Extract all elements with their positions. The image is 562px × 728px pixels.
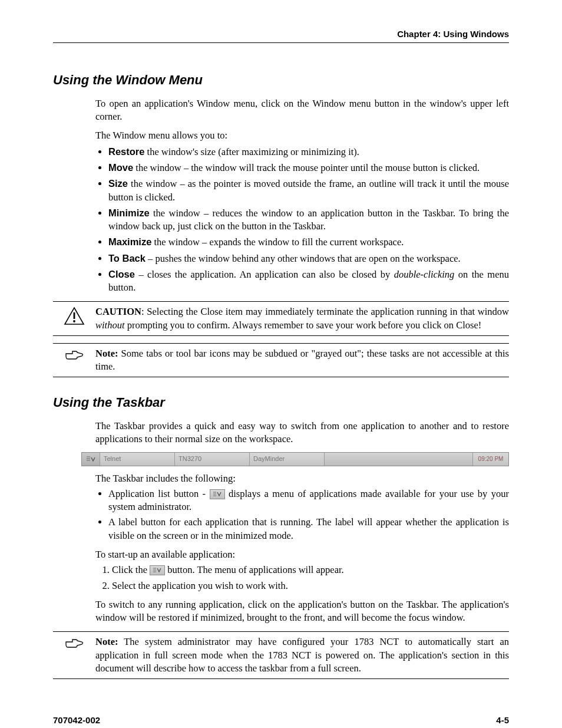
app-list-icon — [212, 491, 223, 498]
item-label: Maximize — [108, 236, 151, 247]
paragraph: The Taskbar provides a quick and easy wa… — [95, 420, 509, 446]
item-text: the window's size (after maximizing or m… — [144, 146, 359, 157]
footer-pagenum: 4-5 — [496, 714, 509, 726]
list-item: Application list button - displays a men… — [108, 487, 509, 514]
taskbar-spacer — [325, 453, 472, 466]
item-label: Restore — [108, 146, 144, 157]
app-list-button-inline — [210, 489, 225, 499]
item-text: the window – expands the window to fill … — [151, 236, 404, 248]
caution-text: : Selecting the Close item may immediate… — [141, 306, 509, 317]
list-item: Minimize the window – reduces the window… — [108, 206, 509, 233]
taskbar-app-button[interactable]: Telnet — [100, 453, 175, 466]
item-text-em: double-clicking — [394, 269, 455, 280]
page-footer: 707042-002 4-5 — [53, 714, 509, 726]
pointing-hand-icon — [64, 348, 84, 361]
taskbar-app-button[interactable]: TN3270 — [175, 453, 250, 466]
step-text: button. The menu of applications will ap… — [165, 564, 344, 575]
item-label: Size — [108, 178, 128, 189]
taskbar-includes-list: Application list button - displays a men… — [95, 487, 509, 542]
list-item: Select the application you wish to work … — [112, 579, 509, 592]
item-label: To Back — [108, 253, 146, 263]
caution-text: prompting you to confirm. Always remembe… — [125, 319, 482, 331]
note-label: Note: — [95, 348, 118, 359]
paragraph: To switch to any running application, cl… — [95, 598, 509, 625]
paragraph: The Taskbar includes the following: — [95, 472, 509, 485]
list-item: Click the button. The menu of applicatio… — [112, 564, 509, 577]
item-text: – closes the application. An application… — [135, 269, 394, 280]
note-text: Some tabs or tool bar icons may be subdu… — [95, 348, 509, 372]
taskbar-app-button[interactable]: DayMinder — [250, 453, 325, 466]
item-label: Move — [108, 162, 133, 173]
note-label: Note: — [95, 636, 118, 647]
taskbar-clock: 09:20 PM — [472, 453, 508, 466]
section-heading-taskbar: Using the Taskbar — [53, 394, 509, 411]
paragraph: The Window menu allows you to: — [95, 129, 509, 142]
caution-callout: CAUTION: Selecting the Close item may im… — [53, 301, 509, 336]
footer-docnum: 707042-002 — [53, 714, 100, 726]
item-text: the window – the window will track the m… — [133, 162, 480, 173]
item-text: – pushes the window behind any other win… — [146, 253, 461, 264]
list-item: Restore the window's size (after maximiz… — [108, 145, 509, 159]
note-callout: Note: Some tabs or tool bar icons may be… — [53, 343, 509, 378]
list-item: Size the window – as the pointer is move… — [108, 177, 509, 204]
window-menu-list: Restore the window's size (after maximiz… — [95, 145, 509, 295]
svg-point-2 — [73, 320, 75, 322]
item-text: the window – as the pointer is moved out… — [108, 178, 509, 202]
list-item: A label button for each application that… — [108, 516, 509, 542]
item-text: Application list button - — [108, 488, 210, 499]
caution-label: CAUTION — [95, 306, 141, 317]
app-list-button-inline — [150, 565, 165, 575]
note-text: The system administrator may have config… — [95, 636, 509, 674]
step-text: Click the — [112, 564, 150, 575]
list-item: Close – closes the application. An appli… — [108, 268, 509, 295]
paragraph: To open an application's Window menu, cl… — [95, 97, 509, 124]
warning-icon — [64, 307, 85, 325]
list-item: To Back – pushes the window behind any o… — [108, 252, 509, 265]
list-item: Move the window – the window will track … — [108, 161, 509, 174]
svg-rect-1 — [74, 312, 75, 319]
app-list-icon — [85, 456, 96, 463]
pointing-hand-icon — [64, 637, 84, 650]
startup-steps: Click the button. The menu of applicatio… — [95, 564, 509, 592]
item-label: Minimize — [108, 207, 150, 218]
taskbar-figure: Telnet TN3270 DayMinder 09:20 PM — [81, 452, 509, 466]
note-callout: Note: The system administrator may have … — [53, 631, 509, 679]
chapter-header: Chapter 4: Using Windows — [53, 28, 509, 43]
caution-text-em: without — [95, 319, 125, 331]
item-text: the window – reduces the window to an ap… — [108, 207, 509, 232]
app-list-button[interactable] — [82, 453, 100, 466]
section-heading-window-menu: Using the Window Menu — [53, 71, 509, 89]
paragraph: To start-up an available application: — [95, 548, 509, 561]
list-item: Maximize the window – expands the window… — [108, 235, 509, 249]
item-label: Close — [108, 269, 135, 279]
app-list-icon — [152, 567, 163, 574]
